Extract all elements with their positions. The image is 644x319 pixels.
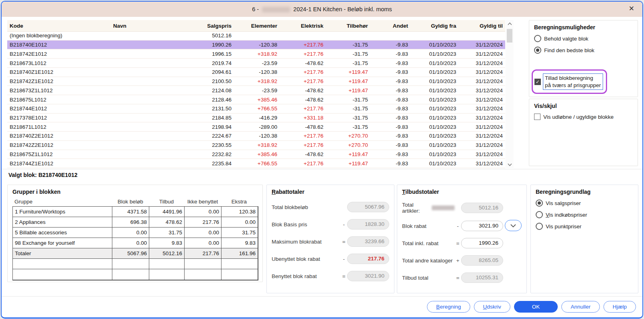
table-row[interactable]: B218744Z1E10122235.84+766.55+217.76+119.… — [7, 159, 505, 168]
radio-behold-valgte-blok[interactable]: Behold valgte blok — [534, 35, 633, 42]
cell: 0.00 — [112, 228, 149, 238]
field-label: Benyttet blok rabat — [272, 273, 341, 279]
cell: 01/10/2023 — [410, 97, 459, 103]
dropdown-button[interactable] — [505, 220, 522, 231]
beregning-button[interactable]: Beregning — [427, 301, 470, 313]
cell — [13, 269, 112, 280]
cell: +217.76 — [280, 69, 326, 75]
table-scrollbar[interactable] — [506, 20, 514, 168]
table-row[interactable]: B218742E10121996.15+318.92+217.76-31.75-… — [7, 49, 505, 59]
discount-totals-panel: Rabattotaler Total blokbeløb5067.96Blok … — [266, 185, 394, 293]
operator: - — [341, 256, 347, 262]
column-header-elektrisk: Elektrisk — [280, 23, 326, 29]
cell: 2235.84 — [203, 161, 234, 167]
radio-icon — [534, 47, 541, 54]
cell: 1 Furniture/Worktops — [13, 207, 112, 217]
cell: -478.62 — [280, 124, 326, 130]
block-table: (Ingen blokberegning)5012.16B218740E1012… — [7, 31, 505, 168]
table-row[interactable]: B218742Z1E10122100.50+318.92+217.76+119.… — [7, 77, 505, 86]
cell — [112, 269, 149, 280]
groups-table-row: 1 Furniture/Worktops4371.584491.960.0012… — [13, 207, 258, 217]
groups-column-header: Ikke benyttet — [184, 199, 221, 205]
cell: -120.38 — [234, 133, 280, 139]
cell: B218671L1012 — [7, 124, 111, 130]
ok-button[interactable]: OK — [514, 301, 558, 313]
value-field[interactable]: 1990.26 — [461, 238, 503, 248]
radio-icon — [536, 211, 543, 218]
checkbox-icon — [534, 114, 540, 120]
table-row[interactable]: B218740E10121990.26-120.38+217.76-31.75-… — [7, 41, 505, 50]
cell: 01/10/2023 — [410, 60, 459, 66]
cell: +766.55 — [234, 161, 280, 167]
column-header-gyldig-til: Gyldig til — [459, 23, 505, 29]
udskriv-button[interactable]: Udskriv — [474, 301, 510, 313]
cell: Totaler — [13, 248, 112, 259]
cell: B218742E1012 — [7, 51, 111, 57]
cell: +119.47 — [326, 161, 370, 167]
chevron-down-icon — [510, 224, 516, 228]
table-row[interactable]: B218673Z1L10122124.08-23.59-478.62+119.4… — [7, 86, 505, 95]
radio-find-den-bedste-blok[interactable]: Find den bedste blok — [534, 47, 633, 54]
cell: 01/10/2023 — [410, 78, 459, 84]
cell: 120.38 — [221, 207, 258, 217]
cell: 5067.96 — [112, 248, 149, 259]
close-icon[interactable]: ✕ — [629, 5, 634, 13]
cell: 31/12/2024 — [459, 115, 505, 121]
field-label: Ubenyttet blok rabat — [272, 256, 341, 262]
radio-vis-punktpriser[interactable]: Vis punktpriser — [536, 223, 633, 230]
cell: +217.76 — [280, 142, 326, 148]
radio-vis-salgspriser[interactable]: Vis salgspriser — [536, 199, 633, 207]
annuller-button[interactable]: Annuller — [561, 301, 600, 313]
tilbud-row: Total inkl. rabat=1990.26 — [402, 238, 522, 248]
cell: 0.00 — [185, 207, 221, 217]
cell: 01/10/2023 — [410, 115, 459, 121]
cell: -478.62 — [280, 151, 326, 157]
cell: -9.83 — [370, 115, 410, 121]
cell: 31/12/2024 — [459, 161, 505, 167]
table-row[interactable]: B218744E10122131.50+766.55+217.76-31.75-… — [7, 104, 505, 114]
groups-in-block-panel: Grupper i blokken GruppeBlok beløbTilbud… — [7, 185, 263, 282]
cell: +318.92 — [234, 142, 280, 148]
cell: 2232.82 — [203, 151, 234, 157]
table-row[interactable]: B218671L10122198.94-289.00-478.62-31.75-… — [7, 122, 505, 132]
table-row[interactable]: B218673L10122019.74-23.59-478.62-31.75-9… — [7, 59, 505, 68]
radio-vis-indkøbspriser[interactable]: Vis indkøbspriser — [536, 211, 633, 218]
table-row[interactable]: B218742Z2E10122230.55+318.92+217.76+270.… — [7, 141, 505, 150]
cell: -9.83 — [370, 161, 410, 167]
cell: 31.75 — [149, 228, 185, 238]
hjælp-button[interactable]: Hjælp — [603, 301, 636, 313]
dialog-button-row: BeregningUdskrivOKAnnullerHjælp — [427, 301, 636, 313]
table-row[interactable]: B217378E10122184.85-416.29+331.18-31.75-… — [7, 114, 505, 123]
operator: - — [455, 223, 461, 229]
cell: 31/12/2024 — [459, 51, 505, 57]
cell: -478.62 — [280, 87, 326, 93]
radio-icon — [536, 199, 543, 207]
cell: 1990.26 — [203, 42, 234, 48]
scroll-up-icon[interactable] — [506, 20, 514, 27]
radio-icon — [536, 223, 543, 230]
groups-column-header: Ekstra — [221, 199, 257, 205]
cell: +119.47 — [326, 78, 370, 84]
show-expired-blocks-checkbox[interactable]: Vis udløbne / ugyldige blokke — [534, 114, 633, 120]
groups-table-row: 98 Exchange for yourself0.009.830.009.83 — [13, 238, 258, 248]
table-row[interactable]: B218740Z2E10122224.67-120.38+217.76+270.… — [7, 132, 505, 141]
column-header-tilbeh-r: Tilbehør — [326, 23, 370, 29]
cell: -9.83 — [370, 151, 410, 157]
scrollbar-thumb[interactable] — [507, 29, 512, 43]
scroll-down-icon[interactable] — [506, 161, 514, 168]
rabat-row: Ubenyttet blok rabat-217.76 — [272, 254, 389, 264]
radio-label: Vis indkøbspriser — [546, 212, 587, 218]
table-row[interactable]: (Ingen blokberegning)5012.16 — [7, 31, 505, 41]
cell: 01/10/2023 — [410, 142, 459, 148]
value-field[interactable]: 3021.90 — [461, 221, 503, 231]
cell: 2094.61 — [203, 69, 234, 75]
cross-pricegroup-checkbox[interactable]: ✓ — [534, 79, 541, 85]
column-header-gyldig-fra: Gyldig fra — [410, 23, 459, 29]
table-row[interactable]: B218675Z1L10122232.82+385.46-478.62+119.… — [7, 150, 505, 159]
field-label: Blok rabat — [402, 223, 455, 229]
cell: 2131.50 — [203, 106, 234, 112]
table-row[interactable]: B218740Z1E10122094.61-120.38+217.76+119.… — [7, 68, 505, 77]
table-row[interactable]: B218675L10122128.46+385.46-478.62-31.75-… — [7, 95, 505, 104]
cell: B218675L1012 — [7, 97, 111, 103]
cell: -9.83 — [370, 87, 410, 93]
